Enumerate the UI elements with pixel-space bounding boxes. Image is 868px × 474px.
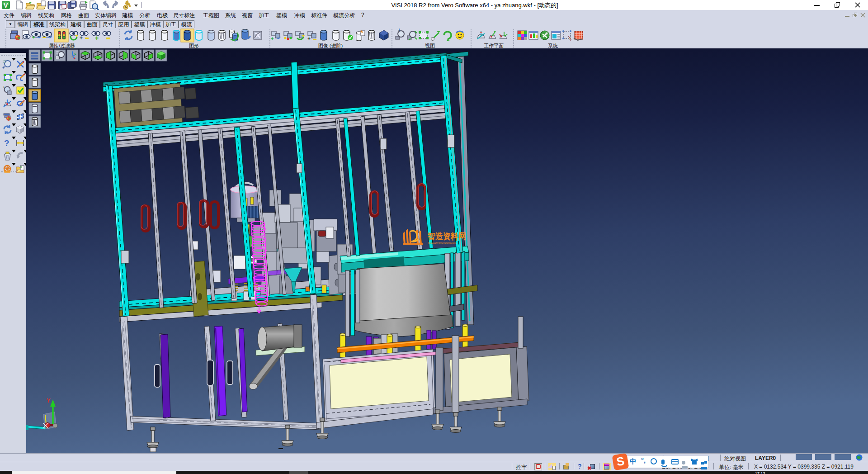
svg-text:智造资料网: 智造资料网 [427, 232, 466, 241]
svg-text:?: ? [4, 138, 9, 148]
svg-text:INTELLIGENT MANUFACTURING DATA: INTELLIGENT MANUFACTURING DATA [428, 242, 456, 244]
svg-text:+: + [398, 28, 401, 33]
svg-text:+: + [95, 34, 99, 42]
svg-text:+: + [32, 34, 35, 40]
svg-text:Y: Y [47, 397, 51, 404]
svg-text:+: + [3, 85, 5, 90]
svg-text:+: + [271, 36, 274, 41]
svg-text:+: + [80, 35, 83, 41]
svg-text:V: V [4, 2, 8, 9]
svg-text:+: + [307, 35, 311, 42]
